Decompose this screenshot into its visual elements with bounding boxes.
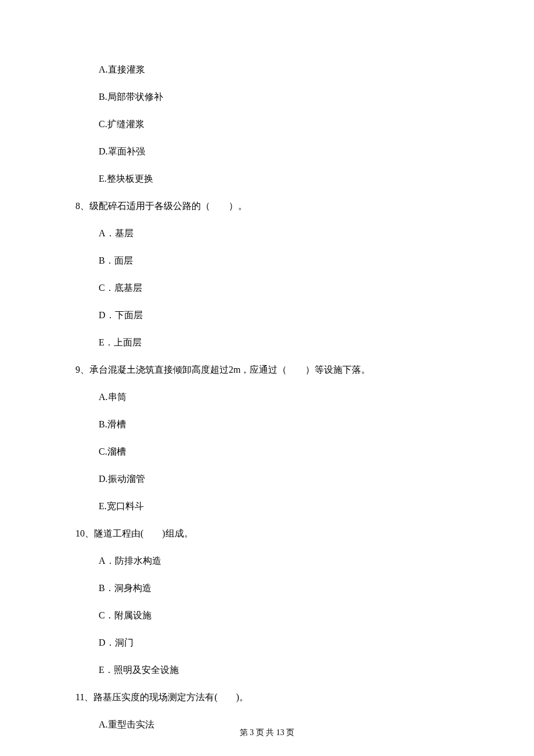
option-9a: A.串筒	[99, 390, 459, 404]
question-9-options: A.串筒 B.滑槽 C.溜槽 D.振动溜管 E.宽口料斗	[75, 390, 459, 513]
option-8e: E．上面层	[99, 336, 459, 350]
page-footer: 第 3 页 共 13 页	[0, 726, 534, 739]
option-7e: E.整块板更换	[99, 172, 459, 186]
option-8a: A．基层	[99, 226, 459, 240]
option-7a: A.直接灌浆	[99, 63, 459, 77]
question-8-options: A．基层 B．面层 C．底基层 D．下面层 E．上面层	[75, 226, 459, 350]
option-10d: D．洞门	[99, 636, 459, 650]
option-7b: B.局部带状修补	[99, 90, 459, 104]
option-10e: E．照明及安全设施	[99, 663, 459, 677]
page-content: A.直接灌浆 B.局部带状修补 C.扩缝灌浆 D.罩面补强 E.整块板更换 8、…	[0, 0, 534, 732]
option-10a: A．防排水构造	[99, 554, 459, 568]
question-8-stem: 8、级配碎石适用于各级公路的（ ）。	[75, 199, 459, 213]
question-9-stem: 9、承台混凝土浇筑直接倾卸高度超过2m，应通过（ ）等设施下落。	[75, 363, 459, 377]
option-10b: B．洞身构造	[99, 581, 459, 595]
option-9d: D.振动溜管	[99, 472, 459, 486]
question-11-stem: 11、路基压实度的现场测定方法有( )。	[75, 690, 459, 704]
question-10-options: A．防排水构造 B．洞身构造 C．附属设施 D．洞门 E．照明及安全设施	[75, 554, 459, 677]
option-9c: C.溜槽	[99, 445, 459, 459]
option-7d: D.罩面补强	[99, 145, 459, 159]
question-7-options: A.直接灌浆 B.局部带状修补 C.扩缝灌浆 D.罩面补强 E.整块板更换	[75, 63, 459, 186]
option-9b: B.滑槽	[99, 417, 459, 431]
option-8c: C．底基层	[99, 281, 459, 295]
option-8d: D．下面层	[99, 308, 459, 322]
option-7c: C.扩缝灌浆	[99, 117, 459, 131]
question-10-stem: 10、隧道工程由( )组成。	[75, 527, 459, 541]
option-8b: B．面层	[99, 254, 459, 268]
option-10c: C．附属设施	[99, 609, 459, 622]
option-9e: E.宽口料斗	[99, 499, 459, 513]
